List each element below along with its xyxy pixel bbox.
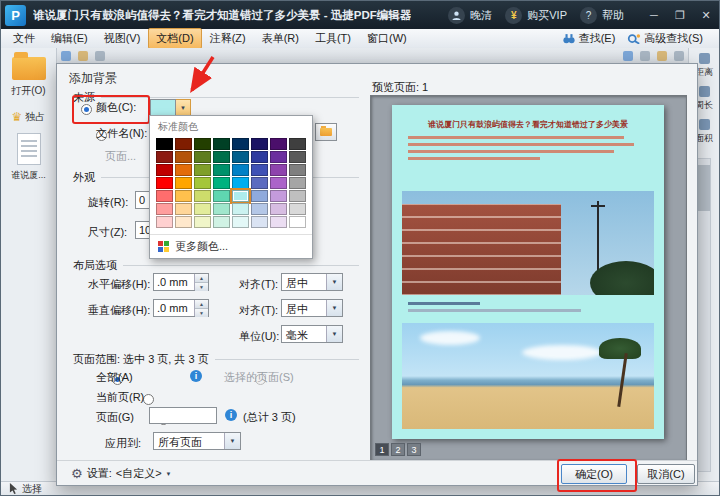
pages-input[interactable]: [149, 407, 217, 424]
preview-page-button-2[interactable]: 2: [391, 443, 405, 456]
palette-color-swatch[interactable]: [194, 138, 211, 150]
palette-color-swatch[interactable]: [232, 203, 249, 215]
palette-color-swatch[interactable]: [289, 190, 306, 202]
palette-color-swatch[interactable]: [156, 177, 173, 189]
palette-color-swatch[interactable]: [289, 177, 306, 189]
find-button[interactable]: 查找(E): [562, 31, 616, 46]
more-colors-button[interactable]: 更多颜色...: [150, 234, 312, 258]
palette-color-swatch[interactable]: [194, 164, 211, 176]
advanced-find-button[interactable]: 高级查找(S): [627, 31, 703, 46]
palette-color-swatch[interactable]: [289, 164, 306, 176]
palette-color-swatch[interactable]: [289, 216, 306, 228]
dropdown-arrow-icon[interactable]: ▼: [326, 274, 342, 290]
palette-color-swatch[interactable]: [270, 190, 287, 202]
palette-color-swatch[interactable]: [194, 216, 211, 228]
cancel-button[interactable]: 取消(C): [637, 464, 695, 484]
palette-color-swatch[interactable]: [232, 177, 249, 189]
palette-color-swatch[interactable]: [213, 138, 230, 150]
palette-color-swatch[interactable]: [251, 164, 268, 176]
palette-color-swatch[interactable]: [270, 151, 287, 163]
menu-item-6[interactable]: 表单(R): [254, 28, 307, 49]
menu-item-3[interactable]: 视图(V): [96, 28, 149, 49]
align-v-dropdown[interactable]: 居中 ▼: [281, 299, 343, 317]
scrollbar-thumb[interactable]: [698, 165, 710, 211]
palette-color-swatch[interactable]: [232, 138, 249, 150]
color-radio[interactable]: [81, 104, 92, 115]
palette-color-swatch[interactable]: [175, 203, 192, 215]
palette-color-swatch[interactable]: [194, 190, 211, 202]
background-color-picker[interactable]: ▼: [150, 99, 191, 116]
dropdown-arrow-icon[interactable]: ▼: [326, 326, 342, 342]
help-button[interactable]: ? 帮助: [580, 7, 624, 24]
palette-color-swatch[interactable]: [270, 138, 287, 150]
apply-to-dropdown[interactable]: 所有页面 ▼: [153, 432, 241, 450]
menu-item-2[interactable]: 编辑(E): [43, 28, 96, 49]
current-page-radio[interactable]: [143, 394, 154, 405]
user-account-button[interactable]: 晚清: [448, 7, 492, 24]
browse-file-button[interactable]: [315, 123, 337, 141]
palette-color-swatch[interactable]: [270, 177, 287, 189]
palette-color-swatch[interactable]: [175, 177, 192, 189]
close-button[interactable]: ✕: [693, 1, 719, 29]
dropdown-arrow-icon[interactable]: ▼: [326, 300, 342, 316]
palette-color-swatch[interactable]: [175, 216, 192, 228]
palette-color-swatch[interactable]: [213, 216, 230, 228]
minimize-button[interactable]: ─: [641, 1, 667, 29]
palette-color-swatch[interactable]: [213, 177, 230, 189]
palette-color-swatch[interactable]: [156, 203, 173, 215]
palette-color-swatch[interactable]: [270, 216, 287, 228]
v-offset-spinner[interactable]: .0 mm ▲▼: [153, 299, 209, 317]
menu-item-1[interactable]: 文件: [5, 28, 43, 49]
palette-color-swatch[interactable]: [156, 216, 173, 228]
preview-page-button-3[interactable]: 3: [407, 443, 421, 456]
buy-vip-button[interactable]: ¥ 购买VIP: [505, 7, 567, 24]
color-swatch-current[interactable]: [150, 99, 176, 116]
palette-color-swatch[interactable]: [232, 190, 249, 202]
open-file-button[interactable]: 打开(O): [5, 57, 52, 98]
preview-page-button-1[interactable]: 1: [375, 443, 389, 456]
palette-color-swatch[interactable]: [251, 190, 268, 202]
palette-color-swatch[interactable]: [213, 151, 230, 163]
vertical-scrollbar[interactable]: [697, 158, 711, 472]
unit-dropdown[interactable]: 毫米 ▼: [281, 325, 343, 343]
maximize-button[interactable]: ❐: [667, 1, 693, 29]
ok-button[interactable]: 确定(O): [561, 464, 627, 484]
color-dropdown-arrow[interactable]: ▼: [176, 99, 191, 116]
palette-color-swatch[interactable]: [194, 151, 211, 163]
palette-color-swatch[interactable]: [232, 164, 249, 176]
spinner-arrows-icon[interactable]: ▲▼: [194, 274, 208, 290]
palette-color-swatch[interactable]: [289, 151, 306, 163]
palette-color-swatch[interactable]: [251, 177, 268, 189]
toolbar-icon[interactable]: [623, 51, 633, 61]
palette-color-swatch[interactable]: [251, 151, 268, 163]
align-h-dropdown[interactable]: 居中 ▼: [281, 273, 343, 291]
palette-color-swatch[interactable]: [213, 203, 230, 215]
palette-color-swatch[interactable]: [194, 203, 211, 215]
document-thumbnail[interactable]: 谁说厦...: [1, 133, 56, 182]
palette-color-swatch[interactable]: [289, 203, 306, 215]
toolbar-icon[interactable]: [95, 51, 105, 61]
dropdown-arrow-icon[interactable]: ▼: [224, 433, 240, 449]
toolbar-icon[interactable]: [674, 51, 684, 61]
palette-color-swatch[interactable]: [251, 216, 268, 228]
menu-item-5[interactable]: 注释(Z): [202, 28, 254, 49]
toolbar-icon[interactable]: [78, 51, 88, 61]
toolbar-icon[interactable]: [657, 51, 667, 61]
palette-color-swatch[interactable]: [194, 177, 211, 189]
menu-item-7[interactable]: 工具(T): [307, 28, 359, 49]
palette-color-swatch[interactable]: [213, 164, 230, 176]
palette-color-swatch[interactable]: [270, 203, 287, 215]
palette-color-swatch[interactable]: [156, 190, 173, 202]
palette-color-swatch[interactable]: [175, 151, 192, 163]
toolbar-icon[interactable]: [640, 51, 650, 61]
palette-color-swatch[interactable]: [251, 138, 268, 150]
palette-color-swatch[interactable]: [156, 138, 173, 150]
palette-color-swatch[interactable]: [175, 138, 192, 150]
spinner-arrows-icon[interactable]: ▲▼: [194, 300, 208, 316]
h-offset-spinner[interactable]: .0 mm ▲▼: [153, 273, 209, 291]
menu-item-8[interactable]: 窗口(W): [359, 28, 415, 49]
menu-item-4[interactable]: 文档(D): [148, 28, 201, 49]
palette-color-swatch[interactable]: [289, 138, 306, 150]
palette-color-swatch[interactable]: [175, 190, 192, 202]
palette-color-swatch[interactable]: [156, 151, 173, 163]
